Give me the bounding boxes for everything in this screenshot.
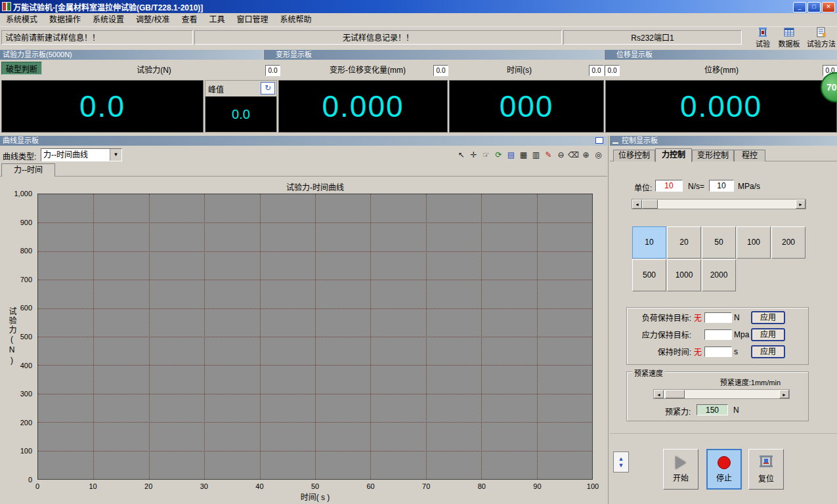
grid-tool-icon[interactable]: ▦ <box>517 148 530 161</box>
unit-label: 单位: <box>634 182 652 193</box>
load-hold-label: 负荷保持目标: <box>631 312 691 323</box>
y-tick-label: 700 <box>20 276 32 284</box>
menu-item-system-help[interactable]: 系统帮助 <box>274 14 317 26</box>
rate-scrollbar[interactable]: ◄ ► <box>632 199 806 209</box>
force-display: 0.0 <box>1 80 204 133</box>
zoom-in-tool-icon[interactable]: ⊕ <box>580 148 592 161</box>
pretension-scroll-left-icon[interactable]: ◄ <box>654 390 664 398</box>
reset-button[interactable]: 复位 <box>748 449 784 490</box>
hold-time-apply-button[interactable]: 应用 <box>751 345 785 358</box>
hold-time-unit: s <box>732 347 751 356</box>
break-judge-button[interactable]: 破型判断 <box>1 62 42 75</box>
stress-hold-input[interactable] <box>704 329 732 340</box>
x-tick-label: 0 <box>35 482 39 490</box>
tab-program-control[interactable]: 程控 <box>734 150 765 161</box>
test-tool-button[interactable]: 试验 <box>752 27 773 48</box>
tab-displacement-control[interactable]: 位移控制 <box>613 150 655 161</box>
menu-item-data-operation[interactable]: 数据操作 <box>43 14 87 26</box>
restore-panel-icon[interactable] <box>595 137 603 144</box>
pretension-scroll-right-icon[interactable]: ► <box>779 390 789 398</box>
speed-button-500[interactable]: 500 <box>632 259 666 291</box>
start-button[interactable]: 开始 <box>663 449 698 490</box>
tab-force-control[interactable]: 力控制 <box>655 148 692 162</box>
curve-panel-header: 曲线显示板 <box>0 136 607 146</box>
tab-force-time[interactable]: 力--时间 <box>1 163 55 177</box>
test-tool-label: 试验 <box>756 40 770 49</box>
rate-scroll-thumb[interactable] <box>642 200 658 209</box>
menu-item-system-mode[interactable]: 系统模式 <box>0 14 43 26</box>
x-tick-label: 60 <box>366 482 374 490</box>
speed-button-10[interactable]: 10 <box>632 226 666 259</box>
speed-button-20[interactable]: 20 <box>667 226 701 259</box>
scroll-left-icon[interactable]: ◄ <box>632 200 642 209</box>
load-hold-unit: N <box>732 313 751 322</box>
speed-button-50[interactable]: 50 <box>702 226 736 259</box>
speed-button-1000[interactable]: 1000 <box>667 259 701 291</box>
speed-button-200[interactable]: 200 <box>771 226 805 259</box>
sample-info-status: 试验前请新建试样信息！！ <box>1 30 193 45</box>
stop-button[interactable]: 停止 <box>706 449 742 490</box>
menu-item-view[interactable]: 查看 <box>175 14 203 26</box>
save-tool-icon[interactable]: ▤ <box>505 148 517 161</box>
load-hold-flag: 无 <box>691 312 704 323</box>
panel-dash-icon <box>612 139 618 144</box>
pretension-force-unit: N <box>733 406 739 415</box>
minimize-button[interactable]: _ <box>793 2 806 12</box>
tab-deform-control[interactable]: 变形控制 <box>692 150 734 161</box>
menu-item-adjust-calibrate[interactable]: 调整/校准 <box>130 14 175 26</box>
play-icon <box>676 456 686 469</box>
control-bottom-divider <box>610 433 837 434</box>
test-icon <box>758 27 768 39</box>
control-panel-title: 控制显示板 <box>622 136 658 144</box>
peak-panel: 峰值 ↻ 0.0 <box>205 80 277 133</box>
rate-input[interactable] <box>655 180 683 192</box>
rate-mpa-input[interactable] <box>709 180 734 192</box>
speed-button-2000[interactable]: 2000 <box>702 259 736 291</box>
load-hold-apply-button[interactable]: 应用 <box>751 311 785 324</box>
chevron-down-icon[interactable]: ▼ <box>110 149 121 161</box>
x-tick-label: 80 <box>478 482 486 490</box>
select-tool-icon[interactable]: ↖ <box>455 148 467 161</box>
menu-item-system-settings[interactable]: 系统设置 <box>87 14 130 26</box>
menu-item-window-manage[interactable]: 窗口管理 <box>230 14 274 26</box>
pretension-group: 预紧速度 预紧速度:1mm/min ◄ ► 预紧力: N <box>626 371 809 421</box>
curve-toolbar: ↖ ✛ ☞ ⟳ ▤ ▦ ▥ ✎ ⊖ ⌫ ⊕ ◎ <box>455 148 605 161</box>
scroll-right-icon[interactable]: ► <box>796 200 805 209</box>
databoard-tool-button[interactable]: 数据板 <box>776 27 802 48</box>
rate-scroll-track[interactable] <box>642 200 796 209</box>
hold-time-input[interactable] <box>704 346 732 357</box>
jog-up-icon[interactable]: ▲ <box>618 455 624 462</box>
app-icon <box>2 2 11 13</box>
pan-tool-icon[interactable]: ✛ <box>467 148 480 161</box>
curve-type-select[interactable]: 力--时间曲线 ▼ <box>41 148 122 161</box>
stop-button-label: 停止 <box>716 472 732 483</box>
stress-hold-apply-button[interactable]: 应用 <box>751 328 785 341</box>
menu-item-tools[interactable]: 工具 <box>203 14 230 26</box>
chart-plot[interactable] <box>37 194 593 480</box>
hold-target-group: 负荷保持目标: 无 N 应用 应力保持目标: Mpa 应用 保持时间: 无 s … <box>626 307 809 365</box>
zoom-out-tool-icon[interactable]: ⊖ <box>555 148 567 161</box>
pretension-scrollbar[interactable]: ◄ ► <box>653 389 790 399</box>
x-tick-label: 50 <box>311 482 319 490</box>
close-button[interactable]: ✕ <box>822 2 835 12</box>
deform-display: 0.000 <box>278 80 448 133</box>
pretension-scroll-track[interactable] <box>664 390 779 398</box>
refresh-tool-icon[interactable]: ⟳ <box>492 148 505 161</box>
peak-refresh-button[interactable]: ↻ <box>261 82 275 94</box>
crosshead-jog-button[interactable]: ▲ ▼ <box>613 452 629 472</box>
pencil-tool-icon[interactable]: ✎ <box>542 148 555 161</box>
jog-down-icon[interactable]: ▼ <box>618 462 624 469</box>
x-tick-label: 70 <box>422 482 430 490</box>
pretension-scroll-thumb[interactable] <box>665 390 685 398</box>
pretension-force-input[interactable] <box>697 404 728 415</box>
load-hold-input[interactable] <box>704 312 732 323</box>
zoom-window-tool-icon[interactable]: ◎ <box>592 148 605 161</box>
x-tick-label: 40 <box>255 482 263 490</box>
v-gridline <box>204 194 205 479</box>
print-tool-icon[interactable]: ▥ <box>530 148 542 161</box>
method-tool-button[interactable]: 试验方法 <box>806 27 836 48</box>
maximize-button[interactable]: □ <box>807 2 821 12</box>
zoom-erase-tool-icon[interactable]: ⌫ <box>567 148 580 161</box>
hand-tool-icon[interactable]: ☞ <box>480 148 492 161</box>
speed-button-100[interactable]: 100 <box>737 226 771 259</box>
